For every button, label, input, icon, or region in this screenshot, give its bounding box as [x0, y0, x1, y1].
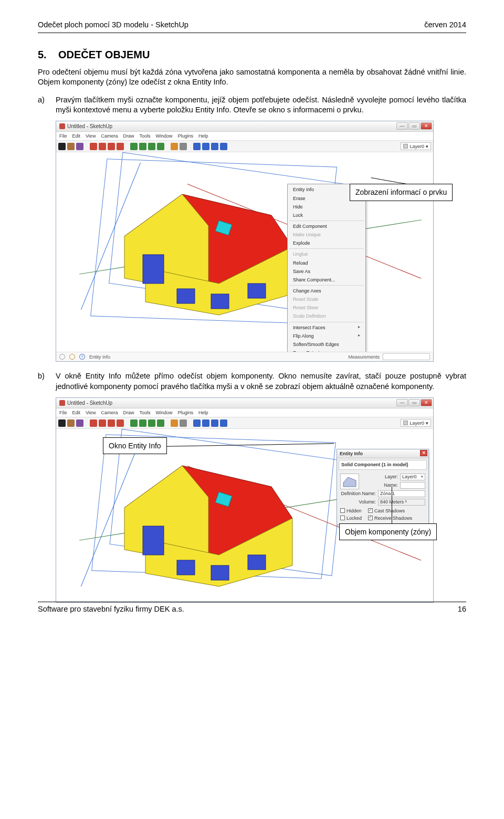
zoom-icon[interactable]: [211, 143, 218, 150]
ep-name-input[interactable]: [400, 482, 425, 489]
list-marker-b: b): [38, 371, 56, 392]
ctx-flip[interactable]: Flip Along: [288, 332, 365, 340]
menu-draw[interactable]: Draw: [123, 133, 134, 139]
eraser-icon[interactable]: [76, 143, 83, 150]
callout-volume: Objem komponenty (zóny): [339, 523, 437, 541]
close-button[interactable]: ✕: [421, 399, 432, 406]
list-item-a: a) Pravým tlačítkem myši označte kompone…: [38, 95, 466, 116]
offset-icon[interactable]: [157, 143, 164, 150]
arc-icon[interactable]: [117, 143, 124, 150]
rect-icon[interactable]: [90, 419, 97, 427]
pushpull-icon[interactable]: [130, 419, 138, 427]
line-icon[interactable]: [99, 143, 106, 150]
layer-name: Layer0: [410, 420, 424, 426]
maximize-button[interactable]: ▭: [408, 122, 420, 130]
orbit-icon[interactable]: [193, 143, 201, 150]
menu-view[interactable]: View: [86, 133, 96, 139]
close-button[interactable]: ✕: [421, 122, 432, 130]
ctx-explode[interactable]: Explode: [288, 239, 365, 247]
ctx-sep: [289, 322, 364, 322]
ep-volume-value: 840 Meters ³: [378, 499, 425, 506]
zoom-extents-icon[interactable]: [220, 419, 227, 427]
ep-defname-label: Definition Name:: [340, 490, 376, 497]
header-left: Odečet ploch pomocí 3D modelu - SketchUp: [38, 20, 188, 30]
ctx-change-axes[interactable]: Change Axes: [288, 287, 365, 295]
minimize-button[interactable]: —: [396, 122, 408, 130]
ctx-reload[interactable]: Reload: [288, 259, 365, 267]
pan-icon[interactable]: [202, 419, 209, 427]
viewport[interactable]: Entity Info Erase Hide Lock Edit Compone…: [56, 152, 433, 352]
rect-icon[interactable]: [90, 143, 97, 150]
ctx-sep: [289, 220, 364, 221]
move-icon[interactable]: [139, 143, 146, 150]
ctx-lock[interactable]: Lock: [288, 211, 365, 219]
move-icon[interactable]: [139, 419, 146, 427]
menu-window[interactable]: Window: [155, 410, 172, 416]
maximize-button[interactable]: ▭: [408, 399, 420, 406]
entity-info-panel: Entity Info ✕ Solid Component (1 in mode…: [337, 449, 429, 525]
rotate-icon[interactable]: [148, 143, 155, 150]
ctx-make-unique: Make Unique: [288, 230, 365, 239]
select-icon[interactable]: [58, 419, 66, 427]
zoom-icon[interactable]: [211, 419, 218, 427]
menu-file[interactable]: File: [59, 410, 67, 416]
measurements-input[interactable]: [383, 353, 430, 360]
circle-icon[interactable]: [108, 143, 115, 150]
ctx-share[interactable]: Share Component...: [288, 276, 365, 284]
eraser-icon[interactable]: [76, 419, 83, 427]
ctx-zoom-extents[interactable]: Zoom Extents: [288, 349, 365, 352]
pan-icon[interactable]: [202, 143, 209, 150]
tape-icon[interactable]: [171, 143, 178, 150]
paint-icon[interactable]: [67, 419, 75, 427]
entity-info-close-button[interactable]: ✕: [420, 450, 427, 456]
viewport[interactable]: Entity Info ✕ Solid Component (1 in mode…: [56, 429, 433, 602]
menu-tools[interactable]: Tools: [139, 133, 150, 139]
ep-layer-select[interactable]: Layer0: [400, 474, 425, 480]
ctx-edit-component[interactable]: Edit Component: [288, 222, 365, 230]
line-icon[interactable]: [99, 419, 106, 427]
svg-rect-6: [248, 284, 266, 298]
ctx-save-as[interactable]: Save As: [288, 267, 365, 276]
tape-icon[interactable]: [171, 419, 178, 427]
menu-file[interactable]: File: [59, 133, 67, 139]
menu-window[interactable]: Window: [155, 133, 172, 139]
menu-tools[interactable]: Tools: [139, 410, 150, 416]
menu-camera[interactable]: Camera: [101, 410, 118, 416]
layer-selector[interactable]: Layer0 ▾: [401, 142, 431, 150]
arc-icon[interactable]: [117, 419, 124, 427]
select-icon[interactable]: [58, 143, 66, 150]
section-title: ODEČET OBJEMU: [58, 49, 150, 60]
ck-hidden[interactable]: Hidden: [340, 508, 362, 514]
status-icon: [59, 354, 65, 360]
ep-defname-input[interactable]: Zóna 1: [378, 490, 425, 497]
ctx-hide[interactable]: Hide: [288, 203, 365, 211]
menu-edit[interactable]: Edit: [72, 133, 81, 139]
text-icon[interactable]: [180, 419, 187, 427]
menu-edit[interactable]: Edit: [72, 410, 81, 416]
offset-icon[interactable]: [157, 419, 164, 427]
layer-selector[interactable]: Layer0 ▾: [401, 419, 431, 427]
ctx-intersect[interactable]: Intersect Faces: [288, 323, 365, 332]
rotate-icon[interactable]: [148, 419, 155, 427]
menu-draw[interactable]: Draw: [123, 410, 134, 416]
text-icon[interactable]: [180, 143, 187, 150]
ctx-reset-skew: Reset Skew: [288, 303, 365, 312]
menu-plugins[interactable]: Plugins: [177, 133, 193, 139]
menu-plugins[interactable]: Plugins: [177, 410, 193, 416]
entity-info-title: Entity Info: [340, 451, 363, 456]
menu-view[interactable]: View: [86, 410, 96, 416]
minimize-button[interactable]: —: [396, 399, 408, 406]
pushpull-icon[interactable]: [130, 143, 138, 150]
paint-icon[interactable]: [67, 143, 75, 150]
orbit-icon[interactable]: [193, 419, 201, 427]
ctx-soften[interactable]: Soften/Smooth Edges: [288, 340, 365, 349]
house-model: [114, 184, 303, 320]
menu-help[interactable]: Help: [198, 133, 208, 139]
zoom-extents-icon[interactable]: [220, 143, 227, 150]
menu-help[interactable]: Help: [198, 410, 208, 416]
ck-recv[interactable]: ✓Receive Shadows: [368, 515, 412, 521]
menu-camera[interactable]: Camera: [101, 133, 118, 139]
ck-locked[interactable]: Locked: [340, 515, 362, 521]
ck-cast[interactable]: ✓Cast Shadows: [368, 508, 412, 514]
circle-icon[interactable]: [108, 419, 115, 427]
